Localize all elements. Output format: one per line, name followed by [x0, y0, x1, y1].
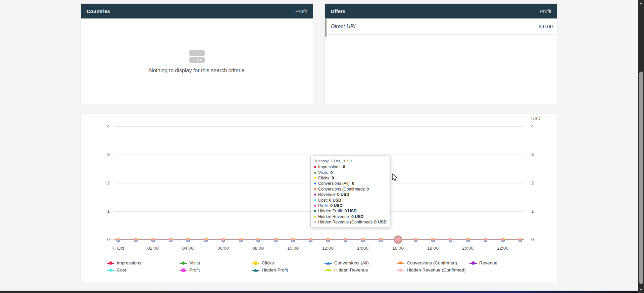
tooltip-row: Conversions (Confirmed):0	[314, 186, 386, 192]
chart-marker[interactable]	[431, 238, 435, 242]
legend-diamond-icon	[109, 268, 112, 272]
scrollbar-thumb[interactable]	[639, 72, 643, 284]
legend-label: Hidden Revenue	[334, 267, 368, 273]
tooltip-row: Hidden Profit:0 USD	[314, 208, 386, 214]
tooltip-series-dot-icon	[314, 221, 316, 223]
tooltip-series-dot-icon	[314, 210, 316, 212]
legend-item-hidden-profit[interactable]: Hidden Profit	[252, 267, 325, 273]
tooltip-series-value: 0 USD	[345, 209, 357, 213]
legend-item-clicks[interactable]: Clicks	[252, 260, 325, 265]
legend-item-hidden-revenue[interactable]: Hidden Revenue	[325, 267, 397, 273]
chart-marker[interactable]	[448, 238, 452, 242]
legend-circle-icon	[109, 261, 112, 265]
chart-plot-area[interactable]: USD Tuesday, 7 Oct, 16:00 Impressions:0V…	[81, 114, 557, 282]
server-icon-bottom-slab	[189, 57, 205, 63]
legend-marker-icon	[252, 268, 259, 272]
tooltip-row: Conversions (All):0	[314, 181, 386, 186]
legend-circle-icon	[472, 261, 475, 265]
legend-label: Visits	[189, 260, 200, 265]
tooltip-row: Cost:0 USD	[314, 197, 386, 203]
legend-marker-icon	[107, 261, 114, 265]
tooltip-row: Hidden Revenue:0 USD	[314, 214, 386, 219]
chart-legend: ImpressionsVisitsClicksConversions (All)…	[107, 259, 542, 274]
chart-marker[interactable]	[221, 238, 225, 242]
offers-list-scrollbar[interactable]	[325, 19, 327, 37]
countries-empty-message: Nothing to display for this search crite…	[81, 68, 313, 74]
marker-point-icon	[116, 238, 120, 241]
chart-marker[interactable]	[274, 238, 278, 242]
chart-marker-hovered[interactable]	[394, 236, 402, 244]
tooltip-series-label: Conversions (Confirmed):	[318, 187, 365, 192]
page-scrollbar[interactable]	[638, 0, 644, 293]
legend-item-impressions[interactable]: Impressions	[107, 260, 180, 265]
marker-point-icon	[239, 238, 242, 241]
y-axis-currency-label: USD	[531, 116, 540, 121]
legend-marker-icon	[397, 268, 404, 272]
chart-marker[interactable]	[483, 238, 487, 242]
legend-item-profit[interactable]: Profit	[180, 267, 252, 273]
chart-marker[interactable]	[186, 238, 190, 242]
legend-item-cost[interactable]: Cost	[107, 267, 180, 273]
x-axis-label: 12:00	[322, 246, 334, 251]
countries-metric-label[interactable]: Profit	[295, 8, 307, 14]
x-axis-label: 20:00	[462, 246, 474, 251]
legend-label: Profit	[189, 267, 200, 273]
marker-point-icon	[431, 238, 435, 241]
tooltip-series-value: 0 USD	[351, 214, 363, 219]
tooltip-series-label: Impressions:	[318, 165, 342, 169]
x-axis-label: 04:00	[182, 246, 194, 251]
chart-marker[interactable]	[239, 238, 243, 242]
legend-marker-icon	[469, 261, 477, 265]
legend-triangle-down-icon	[399, 261, 403, 264]
chart-marker[interactable]	[326, 238, 330, 242]
chart-marker[interactable]	[134, 238, 138, 242]
countries-panel: Countries Profit Nothing to display for …	[81, 3, 313, 104]
tooltip-series-label: Clicks:	[318, 176, 330, 180]
chart-marker[interactable]	[308, 238, 312, 242]
chart-marker[interactable]	[518, 238, 522, 242]
marker-point-icon	[414, 238, 417, 241]
window-bottom-edge	[0, 291, 638, 293]
chart-marker[interactable]	[204, 238, 208, 242]
chart-marker[interactable]	[361, 238, 365, 242]
tooltip-series-label: Hidden Revenue (Confirmed):	[318, 220, 373, 224]
chart-marker[interactable]	[466, 238, 470, 242]
tooltip-series-value: 0 USD	[374, 220, 386, 224]
legend-item-revenue[interactable]: Revenue	[469, 260, 542, 265]
tooltip-row: Clicks:0	[314, 175, 386, 181]
offers-metric-label[interactable]: Profit	[540, 8, 551, 14]
legend-marker-icon	[252, 261, 259, 265]
x-axis-label: 10:00	[287, 246, 299, 251]
legend-item-conversions-confirmed[interactable]: Conversions (Confirmed)	[397, 260, 469, 265]
chart-marker[interactable]	[291, 238, 295, 242]
tooltip-series-value: 0	[366, 187, 369, 192]
legend-item-conversions-all[interactable]: Conversions (All)	[325, 260, 397, 265]
legend-item-visits[interactable]: Visits	[180, 260, 252, 265]
marker-point-icon	[449, 238, 452, 241]
legend-item-hidden-revenue-confirmed[interactable]: Hidden Revenue (Confirmed)	[397, 267, 469, 273]
chart-marker[interactable]	[343, 238, 347, 242]
marker-point-icon	[134, 238, 137, 241]
chart-marker[interactable]	[151, 238, 155, 242]
tooltip-row: Visits:0	[314, 170, 386, 175]
marker-point-icon	[501, 238, 504, 241]
chart-panel: USD Tuesday, 7 Oct, 16:00 Impressions:0V…	[81, 114, 557, 282]
marker-point-icon	[484, 238, 487, 241]
offer-name[interactable]: Direct URL	[331, 24, 357, 30]
x-axis-label: 06:00	[217, 246, 229, 251]
chart-marker[interactable]	[501, 238, 505, 242]
chart-marker[interactable]	[256, 238, 260, 242]
scrollbar-down-arrow-icon[interactable]	[639, 289, 643, 291]
tooltip-series-label: Revenue:	[318, 192, 336, 197]
chart-marker[interactable]	[379, 238, 383, 242]
mouse-cursor	[392, 173, 398, 182]
chart-marker[interactable]	[413, 238, 417, 242]
chart-marker[interactable]	[116, 238, 120, 242]
marker-point-icon	[204, 238, 207, 241]
legend-square-icon	[182, 268, 185, 272]
scrollbar-up-arrow-icon[interactable]	[639, 2, 643, 4]
y-axis-label-left: 4	[94, 124, 110, 129]
y-gridline	[114, 126, 524, 127]
marker-point-icon	[309, 238, 312, 241]
chart-marker[interactable]	[168, 238, 172, 242]
